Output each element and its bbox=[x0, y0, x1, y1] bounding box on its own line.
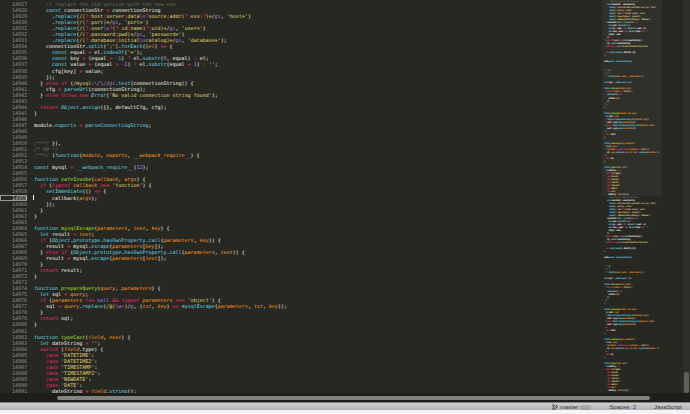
minimap-line: sql = query.replace(/@(\w+)/g, (txt, key… bbox=[604, 347, 660, 350]
minimap-line: dateString = field.string(); bbox=[604, 389, 660, 392]
editor-pane[interactable]: 14927 // replace the old version with th… bbox=[0, 1, 690, 393]
minimap-line: sql = query.replace(/@(\w+)/g, (txt, key… bbox=[604, 151, 660, 154]
window-bottom-edge bbox=[0, 410, 690, 414]
horizontal-scrollbar-thumb[interactable] bbox=[57, 396, 650, 400]
vertical-scrollbar-thumb[interactable] bbox=[684, 372, 689, 393]
status-bar: master Spaces: 2 JavaScript bbox=[0, 402, 690, 410]
vertical-scrollbar-track[interactable] bbox=[683, 0, 690, 393]
minimap[interactable]: // replace the old version with the new … bbox=[604, 0, 660, 393]
sublime-text-window: 14927 // replace the old version with th… bbox=[0, 0, 690, 414]
horizontal-scrollbar-track[interactable] bbox=[0, 393, 690, 402]
text-cursor bbox=[33, 195, 34, 200]
git-status-badge bbox=[580, 405, 591, 410]
